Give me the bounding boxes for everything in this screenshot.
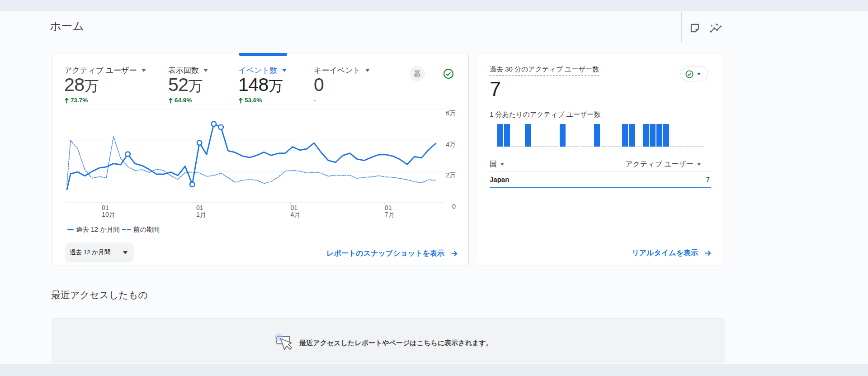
y-tick-label: 6万 <box>424 110 456 116</box>
x-tick-label: 01 1月 <box>196 205 206 218</box>
minute-zero-mark <box>580 146 586 147</box>
page-title: ホーム <box>50 20 84 32</box>
minute-zero-mark <box>684 146 690 147</box>
snapshot-link[interactable]: レポートのスナップショットを表示 <box>326 249 458 258</box>
x-tick-label: 01 7月 <box>385 205 395 218</box>
recent-empty-panel: 最近アクセスしたレポートやページはこちらに表示されます。 <box>52 318 725 363</box>
minute-zero-mark <box>670 146 676 147</box>
legend-dashed-swatch <box>122 229 126 230</box>
minute-bar <box>656 124 662 147</box>
y-tick-label: 0 <box>424 203 456 209</box>
minute-bar <box>497 124 503 147</box>
minute-zero-mark <box>587 146 593 147</box>
minute-zero-mark <box>518 146 524 147</box>
minute-zero-mark <box>532 146 538 147</box>
minute-bar <box>629 124 635 147</box>
minute-bar <box>663 124 669 147</box>
insights-button[interactable] <box>710 23 721 33</box>
realtime-header-separator <box>490 171 711 171</box>
minute-zero-mark <box>691 146 697 147</box>
chevron-down-icon <box>697 73 701 75</box>
realtime-row-country: Japan <box>490 176 509 183</box>
legend-dashed-swatch <box>127 229 131 230</box>
realtime-title: 過去 30 分のアクティブ ユーザー数 <box>490 65 599 76</box>
minute-bar <box>622 124 628 147</box>
minute-bar <box>650 124 656 147</box>
chevron-down-icon <box>500 163 504 166</box>
arrow-forward-icon <box>704 250 711 257</box>
date-range-button[interactable]: 過去 12 か月間 <box>65 243 134 262</box>
note-icon <box>689 23 700 33</box>
realtime-bars <box>497 124 708 147</box>
y-tick-label: 4万 <box>424 141 456 148</box>
minute-zero-mark <box>615 146 621 147</box>
chevron-down-icon <box>123 251 127 254</box>
minute-zero-mark <box>573 146 579 147</box>
minute-zero-mark <box>698 146 704 147</box>
minute-zero-mark <box>552 146 558 147</box>
minute-zero-mark <box>539 146 545 147</box>
legend-solid-swatch <box>67 229 74 230</box>
realtime-col-country-label: 国 <box>490 160 497 169</box>
minute-zero-mark <box>608 146 614 147</box>
note-button[interactable] <box>689 23 700 33</box>
minute-zero-mark <box>546 146 552 147</box>
cursor-click-icon <box>276 335 294 352</box>
recent-empty-message: 最近アクセスしたレポートやページはこちらに表示されます。 <box>299 339 492 347</box>
realtime-row-bar <box>490 187 711 188</box>
realtime-table-row[interactable]: Japan 7 <box>490 176 710 183</box>
chevron-down-icon <box>697 163 701 166</box>
header-divider <box>681 12 682 43</box>
legend-current-label: 過去 12 か月間 <box>76 225 120 234</box>
minute-zero-mark <box>677 146 683 147</box>
realtime-row-users: 7 <box>706 176 710 183</box>
realtime-minute-label: 1 分あたりのアクティブ ユーザー数 <box>490 110 601 119</box>
chart-legend: 過去 12 か月間 前の期間 <box>67 225 160 234</box>
minute-bar <box>643 124 649 147</box>
realtime-link-label: リアルタイムを表示 <box>632 248 698 258</box>
overview-card: アクティブ ユーザー28万73.7%表示回数52万64.9%イベント数148万5… <box>52 53 469 266</box>
check-circle-icon <box>685 70 694 79</box>
arrow-forward-icon <box>451 250 458 257</box>
recent-section-heading: 最近アクセスしたもの <box>51 290 148 300</box>
date-range-label: 過去 12 か月間 <box>70 248 123 257</box>
y-tick-label: 2万 <box>424 172 456 178</box>
realtime-status-button[interactable] <box>680 67 708 81</box>
minute-bar <box>525 124 531 147</box>
trend-chart <box>52 53 469 267</box>
minute-bar <box>594 124 600 147</box>
minute-zero-mark <box>601 146 607 147</box>
realtime-count: 7 <box>490 81 501 97</box>
minute-zero-mark <box>566 146 572 147</box>
realtime-col-users[interactable]: アクティブ ユーザー <box>625 160 701 169</box>
realtime-link[interactable]: リアルタイムを表示 <box>632 248 711 258</box>
realtime-col-users-label: アクティブ ユーザー <box>625 160 693 169</box>
minute-zero-mark <box>636 146 642 147</box>
x-tick-label: 01 10月 <box>102 205 115 218</box>
x-tick-label: 01 4月 <box>290 205 300 218</box>
legend-previous-label: 前の期間 <box>133 225 160 234</box>
minute-bar <box>504 124 510 147</box>
minute-bar <box>560 124 566 147</box>
realtime-col-country[interactable]: 国 <box>490 160 504 169</box>
realtime-card: 過去 30 分のアクティブ ユーザー数 7 1 分あたりのアクティブ ユーザー数… <box>478 53 723 266</box>
insights-icon <box>710 23 722 33</box>
minute-zero-mark <box>511 146 517 147</box>
snapshot-link-label: レポートのスナップショットを表示 <box>326 249 444 258</box>
